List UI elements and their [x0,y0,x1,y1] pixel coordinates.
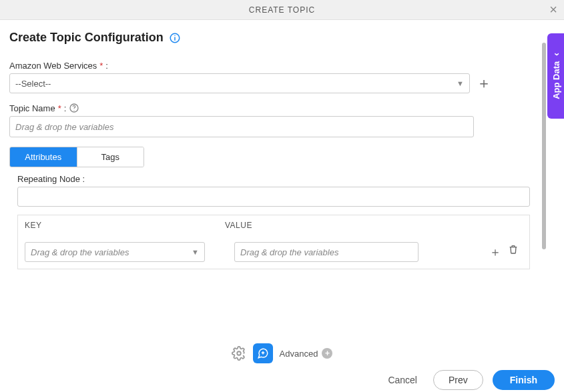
colon: : [105,61,108,71]
add-aws-icon[interactable]: ＋ [477,76,491,91]
kv-header: KEY VALUE [18,215,529,235]
scrollbar-thumb[interactable] [542,43,546,249]
add-row-icon[interactable]: ＋ [489,244,501,260]
kv-value-input[interactable] [234,242,418,262]
aws-label: Amazon Web Services*: [9,61,538,71]
dialog-body: Create Topic Configuration Amazon Web Se… [0,20,547,339]
delete-row-icon[interactable] [508,244,519,260]
svg-point-5 [237,351,241,355]
repeating-node-input[interactable] [17,187,530,207]
prev-button[interactable]: Prev [433,370,483,390]
aws-select[interactable]: --Select-- ▼ [9,73,470,93]
topic-label: Topic Name*: [9,103,538,113]
info-icon[interactable] [169,32,181,44]
tab-attributes[interactable]: Attributes [10,147,77,167]
close-icon[interactable]: × [549,3,557,16]
kv-row-actions: ＋ [489,244,523,260]
kv-key-placeholder: Drag & drop the variables [31,247,129,257]
page-title-row: Create Topic Configuration [9,31,538,45]
app-data-drawer-tab[interactable]: App Data ‹ [547,33,564,119]
footer-tools: Advanced + [0,339,564,368]
svg-point-2 [174,35,176,36]
dialog-header: CREATE TOPIC × [0,0,564,20]
required-mark: * [58,103,61,113]
app-data-label: App Data [551,61,561,99]
required-mark: * [99,61,103,71]
aws-label-text: Amazon Web Services [9,61,97,71]
colon: : [64,103,67,113]
aws-field: Amazon Web Services*: --Select-- ▼ ＋ [9,61,538,93]
topic-label-text: Topic Name [9,103,55,113]
advanced-toggle[interactable]: Advanced + [280,348,333,359]
tabs: Attributes Tags [9,147,144,167]
cancel-button[interactable]: Cancel [381,371,424,389]
dialog-title: CREATE TOPIC [249,5,315,15]
kv-row: Drag & drop the variables ▼ ＋ [18,235,529,269]
chevron-left-icon: ‹ [551,53,561,56]
topic-name-input[interactable] [9,116,474,137]
kv-table: KEY VALUE Drag & drop the variables ▼ ＋ [17,215,530,269]
help-icon[interactable] [69,103,79,113]
chevron-down-icon: ▼ [457,79,464,87]
repeating-node-label: Repeating Node : [17,174,538,184]
tab-tags[interactable]: Tags [77,147,144,167]
page-title: Create Topic Configuration [9,31,164,45]
plus-circle-icon: + [322,348,332,359]
comment-add-button[interactable] [253,343,273,363]
repeating-node-wrap [9,187,538,207]
gear-icon[interactable] [232,346,246,361]
topic-field: Topic Name*: [9,103,538,137]
footer-buttons: Cancel Prev Finish [0,368,564,392]
aws-select-row: --Select-- ▼ ＋ [9,73,538,93]
aws-select-value: --Select-- [15,79,51,89]
finish-button[interactable]: Finish [493,370,555,390]
svg-point-4 [74,110,75,111]
kv-value-header: VALUE [225,221,412,230]
chevron-down-icon: ▼ [192,248,199,256]
kv-key-header: KEY [25,221,225,230]
advanced-label: Advanced [280,349,318,359]
kv-key-select[interactable]: Drag & drop the variables ▼ [25,242,205,262]
